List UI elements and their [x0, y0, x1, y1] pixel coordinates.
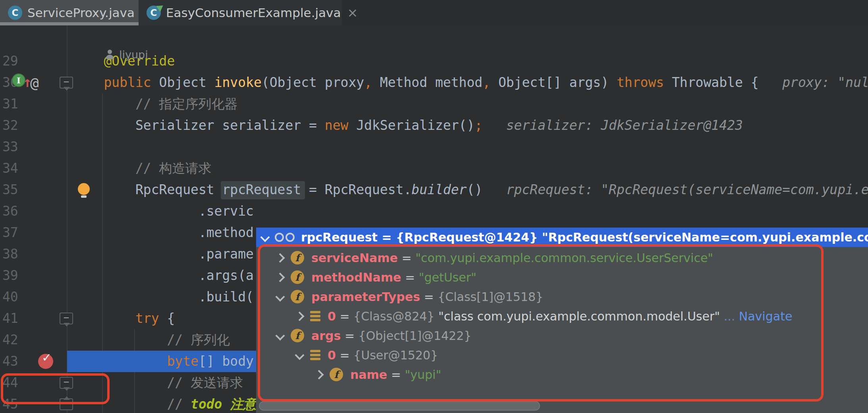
line-number: 37	[2, 222, 26, 243]
line-number: 31	[2, 93, 26, 115]
code-line: // 序列化	[72, 329, 230, 351]
ide-window: C ServiceProxy.java × C EasyConsumerExam…	[0, 0, 868, 413]
tab-label: ServiceProxy.java	[27, 6, 135, 20]
code-line: RpcRequest rpcRequest = RpcRequest.build…	[72, 179, 868, 201]
code-line: .servic	[72, 201, 254, 222]
java-runnable-class-icon: C	[147, 6, 161, 20]
tab-label: EasyConsumerExample.java	[166, 6, 341, 20]
editor-tab-bar: C ServiceProxy.java × C EasyConsumerExam…	[0, 0, 868, 25]
code-line: .parame	[72, 243, 254, 265]
annotation-breakpoint-line	[1, 373, 110, 404]
line-number: 39	[2, 265, 26, 286]
watch-glasses-icon	[275, 233, 295, 242]
line-number: 42	[2, 329, 26, 351]
line-number: 36	[2, 201, 26, 222]
tab-easyconsumerexample-java[interactable]: C EasyConsumerExample.java ×	[139, 0, 342, 25]
close-tab-icon[interactable]: ×	[347, 6, 358, 19]
intention-lightbulb-icon[interactable]	[78, 183, 90, 195]
line-number: 38	[2, 243, 26, 265]
run-arrow-icon	[156, 2, 165, 12]
watched-variable: rpcRequest = {RpcRequest@1424} "RpcReque…	[301, 230, 868, 244]
line-number: 35	[2, 179, 26, 201]
annotated-icon: @	[30, 73, 39, 93]
java-class-icon: C	[8, 6, 22, 20]
fold-collapse-icon[interactable]: −	[60, 77, 73, 89]
line-number: 33	[2, 136, 26, 158]
code-line: .args(a	[72, 265, 254, 286]
author-name: liyupi	[119, 48, 148, 61]
line-number: 32	[2, 115, 26, 136]
code-line: Serializer serializer = new JdkSerialize…	[72, 115, 743, 136]
line-number: 43	[2, 351, 26, 372]
tab-serviceproxy-java[interactable]: C ServiceProxy.java ×	[0, 0, 139, 25]
line-number: 41	[2, 308, 26, 329]
person-icon	[105, 49, 115, 60]
fold-collapse-icon[interactable]: −	[60, 313, 73, 324]
horizontal-scrollbar[interactable]	[259, 401, 540, 411]
chevron-down-icon[interactable]	[260, 232, 270, 242]
line-number: 40	[2, 286, 26, 308]
breakpoint-icon[interactable]: ✓	[38, 354, 53, 369]
line-number: 29	[2, 50, 26, 72]
code-line: .build(	[72, 286, 254, 308]
code-line: try {	[72, 308, 175, 329]
author-inlay: liyupi	[105, 44, 148, 65]
code-line: // 构造请求	[72, 158, 212, 179]
code-line: .method	[72, 222, 254, 243]
line-number: 34	[2, 158, 26, 179]
annotation-variable-values	[258, 244, 824, 401]
code-line: byte[] body	[72, 351, 254, 372]
code-line: // 指定序列化器	[72, 93, 238, 115]
code-line: public Object invoke(Object proxy, Metho…	[72, 72, 868, 93]
